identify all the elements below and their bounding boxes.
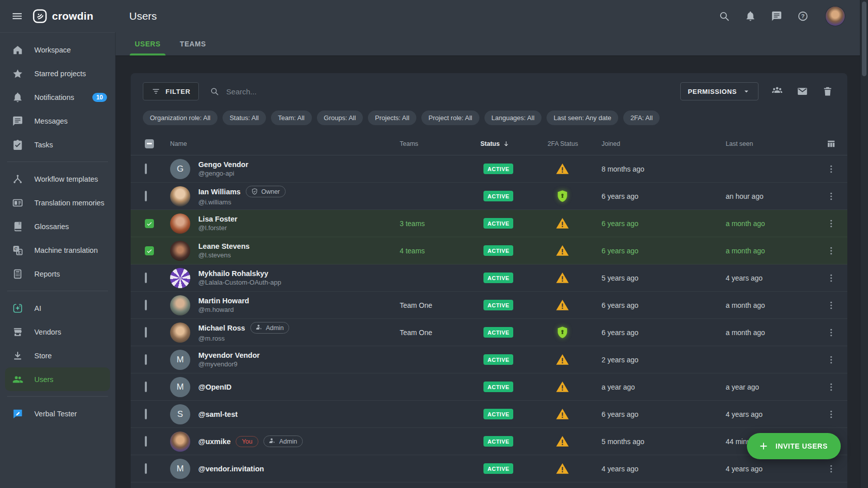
table-row[interactable]: Lisa Foster @l.forster 3 teams ACTIVE 6 …: [131, 210, 847, 237]
table-row[interactable]: S @saml-test ACTIVE 6 years ago 4 years …: [131, 401, 847, 428]
filter-chip[interactable]: Team: All: [271, 111, 312, 125]
sidebar-item-workspace[interactable]: Workspace: [0, 38, 115, 62]
last-seen-cell: a month ago: [710, 329, 811, 337]
teams-cell[interactable]: 4 teams: [400, 247, 480, 255]
row-checkbox[interactable]: [145, 273, 147, 283]
row-checkbox[interactable]: [145, 409, 147, 419]
invite-users-button[interactable]: INVITE USERS: [747, 433, 841, 459]
mail-icon[interactable]: [797, 86, 808, 97]
column-header-2fa[interactable]: 2FA Status: [544, 140, 581, 147]
table-row[interactable]: Leane Stevens @l.stevens 4 teams ACTIVE …: [131, 237, 847, 264]
row-menu-icon[interactable]: [826, 328, 836, 338]
twofa-warning-icon: [556, 380, 569, 394]
row-checkbox[interactable]: [145, 436, 147, 447]
row-menu-icon[interactable]: [826, 191, 836, 201]
sidebar-item-users[interactable]: Users: [5, 367, 110, 391]
permissions-button[interactable]: PERMISSIONS: [680, 82, 758, 100]
filter-chip[interactable]: Languages: All: [484, 111, 541, 125]
sidebar-item-messages[interactable]: Messages: [0, 109, 115, 133]
sidebar-item-reports[interactable]: Reports: [0, 262, 115, 286]
row-checkbox[interactable]: [145, 300, 147, 310]
last-seen-cell: an hour ago: [710, 192, 811, 200]
table-row[interactable]: Michael Ross Admin @m.ross Team One ACTI…: [131, 319, 847, 346]
joined-cell: a year ago: [581, 383, 710, 391]
row-menu-icon[interactable]: [826, 464, 836, 474]
row-menu-icon[interactable]: [826, 409, 836, 419]
row-menu-icon[interactable]: [826, 382, 836, 392]
tab-teams[interactable]: TEAMS: [180, 32, 206, 56]
sidebar-divider: [7, 291, 108, 291]
help-icon[interactable]: ?: [797, 11, 808, 22]
search-input[interactable]: [225, 87, 371, 96]
sidebar-item-glossaries[interactable]: Glossaries: [0, 214, 115, 238]
sidebar-item-tasks[interactable]: Tasks: [0, 133, 115, 156]
row-checkbox[interactable]: [145, 246, 154, 255]
row-checkbox[interactable]: [145, 463, 147, 474]
table-row[interactable]: M Myvendor Vendor @myvendor9 ACTIVE 2 ye…: [131, 346, 847, 373]
name-cell: M @OpenID: [170, 377, 400, 397]
filter-button[interactable]: FILTER: [143, 82, 199, 100]
sidebar-item-verbal-tester[interactable]: Verbal Tester: [0, 402, 115, 425]
sidebar-item-notifications[interactable]: Notifications10: [0, 85, 115, 109]
filter-chip[interactable]: Organization role: All: [143, 111, 218, 125]
user-avatar[interactable]: [826, 7, 845, 26]
group-add-icon[interactable]: [772, 86, 783, 97]
row-checkbox[interactable]: [145, 164, 147, 174]
filter-chip[interactable]: Last seen: Any date: [547, 111, 618, 125]
table-row[interactable]: Ian Williams Owner @i.williams ACTIVE 6 …: [131, 183, 847, 210]
row-checkbox[interactable]: [145, 191, 147, 201]
column-header-status[interactable]: Status: [480, 140, 544, 147]
delete-icon[interactable]: [822, 86, 833, 97]
filter-chip[interactable]: Projects: All: [368, 111, 416, 125]
table-row[interactable]: Martin Howard @m.howard Team One ACTIVE …: [131, 292, 847, 319]
column-header-teams[interactable]: Teams: [400, 140, 480, 147]
user-name: @saml-test: [198, 410, 238, 418]
sidebar-item-vendors[interactable]: Vendors: [0, 320, 115, 344]
filter-chip[interactable]: Groups: All: [317, 111, 363, 125]
search-icon[interactable]: [719, 11, 730, 22]
user-name: @OpenID: [198, 383, 232, 391]
scrollbar-thumb[interactable]: [862, 2, 866, 76]
sidebar-item-store[interactable]: Store: [0, 344, 115, 367]
row-menu-icon[interactable]: [826, 246, 836, 256]
tab-users[interactable]: USERS: [135, 32, 160, 56]
row-menu-icon[interactable]: [826, 355, 836, 365]
row-checkbox[interactable]: [145, 354, 147, 365]
row-checkbox[interactable]: [145, 382, 147, 392]
filter-chip[interactable]: 2FA: All: [623, 111, 660, 125]
permissions-button-label: PERMISSIONS: [688, 88, 737, 95]
column-header-name[interactable]: Name: [170, 140, 400, 147]
sidebar-item-machine-translation[interactable]: GMachine translation: [0, 238, 115, 262]
hamburger-menu-icon[interactable]: [11, 10, 23, 22]
teams-cell[interactable]: 3 teams: [400, 220, 480, 228]
select-all-checkbox[interactable]: [145, 139, 154, 148]
columns-settings-icon[interactable]: [826, 139, 836, 149]
sidebar-item-starred-projects[interactable]: Starred projects: [0, 62, 115, 85]
admin-badge: Admin: [263, 436, 302, 447]
table-row[interactable]: @uxmike YouAdmin ACTIVE 5 months ago 44 …: [131, 428, 847, 455]
row-menu-icon[interactable]: [826, 300, 836, 310]
sidebar-item-ai[interactable]: AI: [0, 296, 115, 320]
twofa-warning-icon: [556, 298, 569, 312]
messages-icon[interactable]: [771, 11, 782, 22]
row-checkbox[interactable]: [145, 219, 154, 228]
glossary-icon: [12, 221, 23, 232]
joined-cell: 5 months ago: [581, 438, 710, 446]
crowdin-logo[interactable]: crowdin: [32, 9, 93, 24]
filter-chip[interactable]: Project role: All: [421, 111, 479, 125]
sidebar-item-translation-memories[interactable]: Translation memories: [0, 191, 115, 214]
avatar: [170, 431, 190, 452]
table-row[interactable]: M @OpenID ACTIVE a year ago a year ago: [131, 373, 847, 401]
column-header-last-seen[interactable]: Last seen: [710, 140, 811, 147]
table-row[interactable]: G Gengo Vendor @gengo-api ACTIVE 8 month…: [131, 155, 847, 183]
table-row[interactable]: Mykhailo Rohalskyy @Lalala-Custom-OAuth-…: [131, 264, 847, 292]
filter-chip[interactable]: Status: All: [223, 111, 266, 125]
row-checkbox[interactable]: [145, 327, 147, 338]
row-menu-icon[interactable]: [826, 273, 836, 283]
bell-icon[interactable]: [745, 11, 756, 22]
row-menu-icon[interactable]: [826, 164, 836, 174]
row-menu-icon[interactable]: [826, 219, 836, 229]
sidebar-item-workflow-templates[interactable]: Workflow templates: [0, 167, 115, 191]
column-header-joined[interactable]: Joined: [581, 140, 710, 147]
table-row[interactable]: M @vendor.invitation ACTIVE 4 years ago …: [131, 455, 847, 482]
